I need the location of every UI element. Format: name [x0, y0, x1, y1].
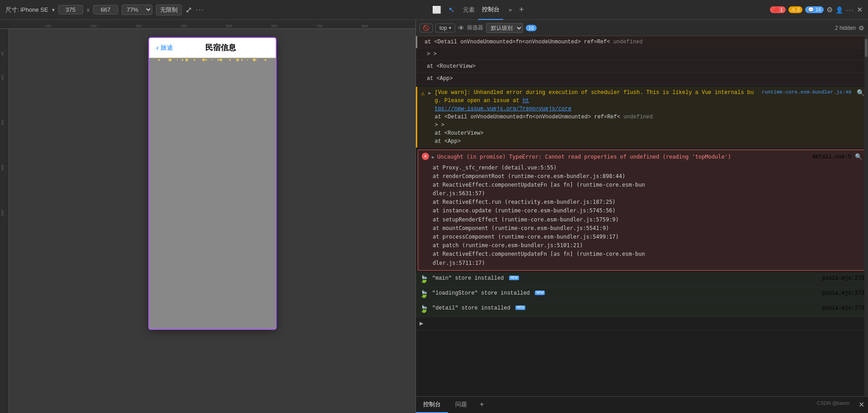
stack-link-6[interactable]: runtime-core.esm-bundler.js:5759:9: [505, 216, 616, 223]
new-badge-3: NEW: [515, 305, 525, 310]
highlighted-error-entry: ✕ ▶ Uncaught (in promise) TypeError: Can…: [418, 150, 866, 271]
page-title: 民宿信息: [173, 42, 269, 53]
console-scrollbar-track[interactable]: [864, 36, 868, 396]
stack-link-9[interactable]: runtime-core.esm-bundler.js:5101:21: [465, 242, 580, 249]
pinia-icon-3: 🍃: [420, 304, 429, 315]
error-header-row: ✕ ▶ Uncaught (in promise) TypeError: Can…: [422, 153, 862, 162]
console-footer: 控制台 问题 + CSDN @kanm ✕: [416, 396, 868, 413]
console-entry-warn1: at <Detail onVnodeUnmounted=fn<onVnodeUn…: [416, 36, 868, 48]
user-icon[interactable]: 👤: [835, 6, 843, 14]
tab-console[interactable]: 控制台: [478, 0, 503, 20]
filter-label: 筛选器: [467, 24, 483, 32]
warn-badge: ⚠ 2: [788, 6, 802, 13]
console-settings-btn[interactable]: ⚙: [859, 24, 864, 32]
phone-frame: ‹ 旅途 民宿信息 •: [149, 38, 276, 329]
stack-link-5[interactable]: runtime-core.esm-bundler.js:5745:56: [498, 207, 613, 214]
stack-link-1[interactable]: detail.vue:5:55: [505, 164, 553, 171]
console-warn-entry: ⚠ ▶ [Vue warn]: Unhandled error during e…: [416, 87, 868, 148]
console-entry-routerview1: at <RouterView>: [416, 61, 868, 73]
pinia-icon-1: 🍃: [420, 274, 429, 285]
error-search-icon[interactable]: 🔍: [855, 153, 862, 162]
pointer-icon[interactable]: ↖: [445, 4, 458, 16]
devtools-settings-btn[interactable]: ⚙: [826, 5, 833, 14]
console-info-main: 🍃 "main" store installed NEW pinia.mjs:2…: [416, 272, 868, 287]
console-scrollbar-thumb[interactable]: [865, 39, 868, 57]
log-count-badge: 16: [526, 25, 537, 31]
dimension-separator: x: [87, 6, 90, 13]
console-expand-row: ▶: [416, 317, 868, 331]
ruler-vertical: 50 100 200 300 400: [0, 29, 9, 413]
error-badge: 🔴 1: [770, 6, 786, 13]
simulator-canvas: ‹ 旅途 民宿信息 •: [9, 29, 415, 413]
tab-elements[interactable]: 元素: [459, 0, 478, 20]
new-badge-1: NEW: [509, 276, 519, 280]
new-badge-2: NEW: [535, 291, 545, 295]
log-level-select[interactable]: 默认级别 详细 信息 警告 错误: [486, 23, 523, 33]
stack-link-8[interactable]: runtime-core.esm-bundler.js:5499:17: [501, 234, 616, 240]
console-info-loadingstore: 🍃 "loadingStore" store installed NEW pin…: [416, 287, 868, 302]
devtools-right-actions: 🔴 1 ⚠ 2 💬 16 ⚙ 👤 ··· ✕: [770, 5, 863, 14]
eye-icon[interactable]: 👁: [458, 24, 464, 32]
top-context-selector[interactable]: top ▾: [435, 23, 455, 33]
width-input[interactable]: 375: [58, 5, 83, 14]
footer-tab-issues[interactable]: 问题: [448, 397, 474, 413]
unlimited-btn[interactable]: 无限制: [156, 5, 182, 15]
warn-triangle-icon: ⚠: [421, 89, 425, 99]
clear-console-btn[interactable]: 🚫: [420, 23, 433, 33]
more-options-btn[interactable]: ···: [196, 6, 204, 14]
ruler-horizontal: 100 200 300 400 500 600 700 800: [0, 20, 415, 29]
error-file-link[interactable]: detail.vue:5: [812, 153, 851, 161]
stack-link-3[interactable]: runtime-core.esm-bundler.js:5631:57: [433, 182, 645, 197]
tab-more[interactable]: »: [505, 6, 515, 13]
footer-tab-console[interactable]: 控制台: [416, 397, 448, 413]
error-stack-trace: at Proxy._sfc_render (detail.vue:5:55) a…: [422, 164, 862, 268]
error-expand-arrow[interactable]: ▶: [432, 154, 434, 161]
footer-close-btn[interactable]: ✕: [855, 397, 868, 413]
footer-add-tab-btn[interactable]: +: [474, 397, 489, 413]
stack-link-7[interactable]: runtime-core.esm-bundler.js:5541:9: [495, 225, 606, 231]
pinia-link-1[interactable]: pinia.mjs:273: [822, 274, 864, 282]
stack-link-2[interactable]: runtime-core.esm-bundler.js:898:44: [511, 173, 622, 179]
device-label: 尺寸: iPhone SE: [5, 6, 48, 14]
add-panel-btn[interactable]: +: [517, 5, 526, 14]
pinia-icon-2: 🍃: [420, 289, 429, 300]
close-devtools-btn[interactable]: ✕: [857, 5, 863, 14]
expand-more-arrow[interactable]: ▶: [420, 319, 423, 329]
phone-navbar: ‹ 旅途 民宿信息: [149, 38, 276, 58]
hidden-count: 2 hidden: [835, 25, 856, 31]
error-circle-icon: ✕: [422, 153, 429, 160]
warn-expand-arrow[interactable]: ▶: [428, 90, 431, 97]
console-filter-bar: 🚫 top ▾ 👁 筛选器 默认级别 详细 信息 警告 错误 16 2 hidd…: [416, 20, 868, 36]
warn-search-icon[interactable]: 🔍: [857, 89, 864, 98]
console-output[interactable]: at <Detail onVnodeUnmounted=fn<onVnodeUn…: [416, 36, 868, 396]
devtools-more-btn[interactable]: ···: [846, 6, 854, 14]
room-image-area: • • • • • • • • • •: [149, 58, 276, 329]
devtools-panel: 🚫 top ▾ 👁 筛选器 默认级别 详细 信息 警告 错误 16 2 hidd…: [416, 20, 868, 413]
height-input[interactable]: 667: [93, 5, 118, 14]
console-info-detailstore: 🍃 "detail" store installed NEW pinia.mjs…: [416, 302, 868, 317]
screen-icon[interactable]: ⬜: [430, 4, 443, 16]
device-toolbar: 尺寸: iPhone SE ▾ 375 x 667 77%100%50% 无限制…: [0, 0, 868, 20]
warn-file-link[interactable]: runtime-core.esm-bundler.js:40: [762, 89, 851, 96]
stack-link-4[interactable]: reactivity.esm-bundler.js:187:25: [508, 199, 612, 205]
stack-link-10[interactable]: runtime-core.esm-bundler.js:5711:17: [433, 251, 645, 266]
zoom-select[interactable]: 77%100%50%: [122, 5, 152, 15]
error-main-text: Uncaught (in promise) TypeError: Cannot …: [437, 153, 810, 161]
back-button[interactable]: ‹ 旅途: [156, 44, 173, 52]
brand-label: CSDN @kanm: [811, 397, 855, 413]
console-entry-app1: at <App>: [416, 73, 868, 85]
rotate-icon[interactable]: ⤢: [185, 5, 192, 15]
console-entry-close1: > >: [416, 48, 868, 61]
pinia-link-2[interactable]: pinia.mjs:273: [822, 289, 864, 297]
info-badge: 💬 16: [805, 6, 824, 13]
pinia-link-3[interactable]: pinia.mjs:273: [822, 304, 864, 312]
